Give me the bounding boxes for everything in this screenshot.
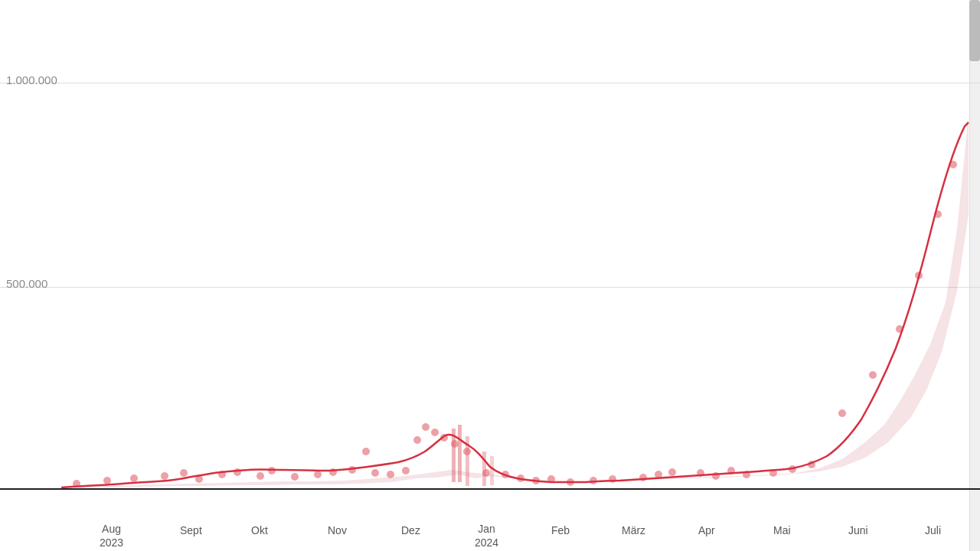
x-label-juli: Juli — [925, 523, 941, 537]
x-label-feb: Feb — [551, 523, 570, 537]
dot — [291, 473, 299, 481]
dot — [422, 423, 430, 431]
dot — [413, 436, 421, 444]
dot — [431, 429, 439, 436]
trend-line — [61, 122, 969, 487]
x-label-apr: Apr — [698, 523, 715, 537]
x-label-jan: Jan2024 — [475, 522, 498, 549]
dot — [371, 469, 379, 477]
confidence-band — [61, 115, 969, 487]
chart-svg — [0, 0, 980, 551]
dot — [838, 409, 846, 417]
dot — [402, 467, 410, 474]
dot — [668, 468, 676, 476]
x-label-juni: Juni — [848, 523, 868, 537]
x-label-okt: Okt — [251, 523, 268, 537]
dot — [161, 472, 168, 480]
x-label-maerz: März — [622, 523, 645, 537]
dot — [130, 474, 138, 482]
chart-container: 1.000.000 500.000 — [0, 0, 980, 551]
dot — [314, 471, 322, 478]
bar-artifact — [482, 452, 486, 486]
x-label-mai: Mai — [773, 523, 791, 537]
x-label-nov: Nov — [328, 523, 347, 537]
dot — [256, 472, 264, 480]
x-label-sept: Sept — [180, 523, 202, 537]
x-label-aug: Aug2023 — [100, 522, 123, 549]
bar-artifact — [458, 425, 462, 482]
dot — [180, 469, 188, 477]
dot — [103, 477, 111, 484]
svg-rect-0 — [0, 0, 969, 490]
dot — [869, 371, 877, 379]
dot — [387, 471, 394, 478]
dot — [639, 474, 647, 481]
dot — [234, 468, 241, 476]
x-label-dez: Dez — [401, 523, 420, 537]
dot — [362, 448, 370, 455]
bar-artifact — [490, 456, 494, 485]
